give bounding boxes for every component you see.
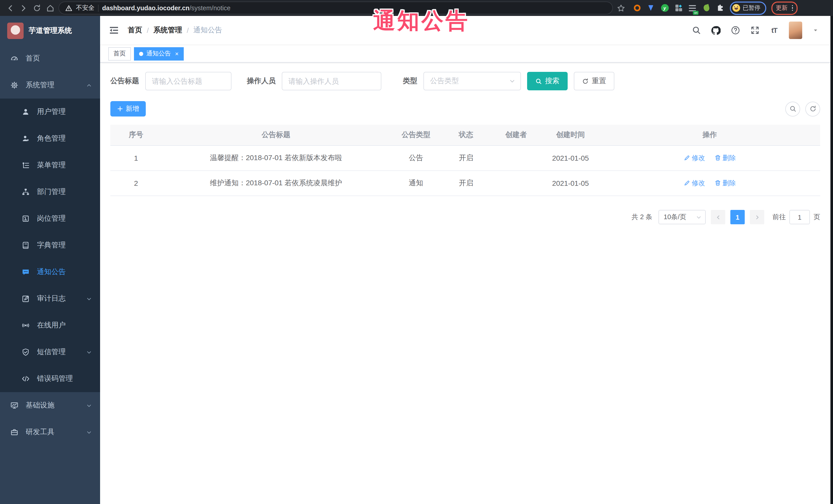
edit-link[interactable]: 修改	[684, 153, 705, 163]
bookmark-star-icon[interactable]	[616, 3, 626, 13]
user-avatar[interactable]	[789, 22, 802, 39]
chevron-down-icon	[86, 296, 92, 302]
refresh-icon	[582, 78, 589, 85]
font-size-icon[interactable]: tT	[769, 25, 779, 35]
extension-orange-icon[interactable]	[632, 3, 642, 13]
profile-status-label: 已暂停	[743, 4, 760, 12]
chevron-down-icon	[509, 78, 515, 84]
online-users-icon	[22, 321, 30, 330]
extension-blue-icon[interactable]	[646, 3, 656, 13]
sidebar-item-error-codes[interactable]: 错误码管理	[0, 365, 100, 392]
table-row: 2 维护通知：2018-07-01 若依系统凌晨维护 通知 开启 2021-01…	[110, 171, 820, 196]
add-button[interactable]: 新增	[110, 101, 146, 117]
tab-home[interactable]: 首页	[108, 47, 131, 60]
reset-button[interactable]: 重置	[574, 72, 614, 90]
role-icon	[22, 135, 30, 143]
sidebar-item-system[interactable]: 系统管理	[0, 72, 100, 99]
sidebar-item-sms[interactable]: 短信管理	[0, 339, 100, 365]
title-filter-input[interactable]	[145, 72, 232, 90]
extension-list-on-icon[interactable]: on	[688, 3, 697, 13]
shield-check-icon	[22, 348, 30, 356]
message-bubble-icon	[22, 268, 30, 276]
sidebar-item-notice[interactable]: 通知公告	[0, 259, 100, 285]
filter-form: 公告标题 操作人员 类型 公告类型 搜索 重置	[110, 72, 820, 90]
help-icon[interactable]	[730, 25, 740, 35]
extension-leaf-icon[interactable]	[701, 3, 711, 13]
security-label: 不安全	[76, 4, 94, 12]
avatar-caret-icon[interactable]	[813, 28, 818, 33]
pagination: 共 2 条 10条/页 1 前往 页	[110, 210, 820, 240]
goto-page-input[interactable]	[789, 210, 810, 224]
table-header-row: 序号 公告标题 公告类型 状态 创建者 创建时间 操作	[110, 125, 820, 146]
back-icon[interactable]	[5, 3, 16, 13]
chevron-down-icon	[86, 429, 92, 435]
address-bar[interactable]: 不安全 dashboard.yudao.iocoder.cn/system/no…	[58, 2, 613, 15]
sidebar-item-dev-tools[interactable]: 研发工具	[0, 419, 100, 446]
breadcrumb-separator: /	[187, 26, 189, 34]
puzzle-extensions-icon[interactable]	[715, 3, 725, 13]
url-text: dashboard.yudao.iocoder.cn/system/notice	[102, 4, 231, 11]
sidebar-item-dict[interactable]: 字典管理	[0, 232, 100, 259]
page-number-1[interactable]: 1	[730, 210, 745, 224]
operator-filter-input[interactable]	[282, 72, 381, 90]
page-size-select[interactable]: 10条/页	[659, 210, 706, 224]
toggle-search-button[interactable]	[785, 101, 800, 116]
briefcase-icon	[10, 428, 19, 436]
sidebar-item-online-users[interactable]: 在线用户	[0, 312, 100, 339]
reload-icon[interactable]	[32, 3, 42, 13]
type-filter-label: 类型	[403, 76, 417, 86]
sidebar-item-roles[interactable]: 角色管理	[0, 125, 100, 152]
browser-update-button[interactable]: 更新	[771, 1, 798, 15]
sidebar-item-home[interactable]: 首页	[0, 45, 100, 72]
search-button[interactable]: 搜索	[527, 72, 568, 90]
extension-grid-icon[interactable]	[674, 3, 683, 13]
main-area: 首页 / 系统管理 / 通知公告 tT 首页 通知公告	[100, 16, 830, 504]
window-scrollbar[interactable]	[830, 16, 833, 504]
badge-icon	[22, 215, 30, 223]
sidebar-item-infrastructure[interactable]: 基础设施	[0, 392, 100, 419]
search-icon	[535, 78, 542, 85]
prev-page-button[interactable]	[711, 210, 725, 224]
chevron-down-icon	[86, 349, 92, 355]
app-logo-row: 芋道管理系统	[0, 16, 100, 45]
extensions-tray: y on	[632, 3, 725, 13]
table-toolbar: 新增	[110, 101, 820, 117]
sidebar-item-audit-log[interactable]: 审计日志	[0, 285, 100, 312]
org-tree-icon	[22, 188, 30, 196]
forward-icon[interactable]	[19, 3, 29, 13]
extension-green-y-icon[interactable]: y	[660, 3, 669, 13]
delete-link[interactable]: 删除	[714, 178, 736, 188]
chevron-up-icon	[86, 82, 92, 88]
refresh-button[interactable]	[805, 101, 820, 116]
close-tab-icon[interactable]: ×	[175, 51, 178, 57]
divider	[98, 4, 98, 11]
plus-icon	[117, 106, 123, 112]
sidebar-item-users[interactable]: 用户管理	[0, 99, 100, 125]
search-icon[interactable]	[691, 25, 701, 35]
next-page-button[interactable]	[750, 210, 764, 224]
breadcrumb-system[interactable]: 系统管理	[153, 26, 182, 35]
trash-icon	[714, 180, 721, 187]
delete-link[interactable]: 删除	[714, 153, 736, 163]
github-icon[interactable]	[711, 25, 721, 35]
tab-notice[interactable]: 通知公告 ×	[134, 47, 184, 60]
edit-link[interactable]: 修改	[684, 178, 705, 188]
sidebar-item-departments[interactable]: 部门管理	[0, 178, 100, 205]
table-row: 1 温馨提醒：2018-07-01 若依新版本发布啦 公告 开启 2021-01…	[110, 146, 820, 171]
gear-icon	[10, 81, 19, 89]
chevron-down-icon	[86, 403, 92, 408]
pagination-total: 共 2 条	[632, 213, 652, 222]
refresh-icon	[809, 105, 816, 113]
home-icon[interactable]	[45, 3, 55, 13]
fullscreen-icon[interactable]	[750, 25, 760, 35]
browser-menu-icon[interactable]	[792, 5, 793, 11]
breadcrumb-home[interactable]: 首页	[128, 26, 142, 35]
type-select[interactable]: 公告类型	[423, 72, 521, 90]
code-icon	[22, 375, 30, 383]
sidebar-item-menus[interactable]: 菜单管理	[0, 152, 100, 178]
sidebar-item-posts[interactable]: 岗位管理	[0, 205, 100, 232]
browser-profile-chip[interactable]: 已暂停	[730, 1, 766, 15]
goto-page: 前往 页	[772, 210, 820, 224]
trash-icon	[714, 155, 721, 162]
sidebar-toggle-icon[interactable]	[108, 25, 120, 36]
